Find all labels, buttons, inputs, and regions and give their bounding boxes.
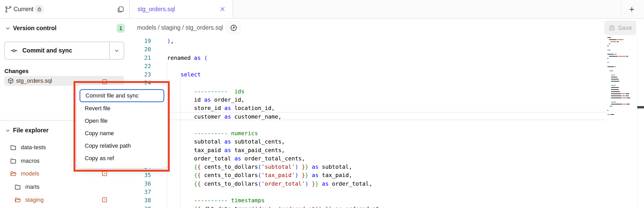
- code-line-25[interactable]: 25 ---------- ids: [129, 87, 623, 96]
- changes-title: Changes: [4, 68, 29, 75]
- minimap[interactable]: [607, 37, 637, 120]
- save-floppy-icon: [608, 24, 615, 31]
- line-number: 39: [129, 206, 151, 208]
- folder-open-icon: [10, 170, 17, 177]
- sidebar-item-marts[interactable]: marts: [14, 180, 40, 193]
- code-line-26[interactable]: 26 id as order_id,: [129, 95, 623, 104]
- tab-stg-orders[interactable]: stg_orders.sql: [129, 0, 233, 18]
- code-text: ---------- ids: [167, 88, 245, 95]
- code-text: ---------- timestamps: [167, 197, 265, 204]
- sidebar-item-staging[interactable]: staging: [14, 193, 44, 206]
- changes-count-badge: 1: [116, 24, 125, 33]
- code-line-30[interactable]: 30 ---------- numerics: [129, 129, 623, 138]
- code-line-31[interactable]: 31 subtotal as subtotal_cents,: [129, 137, 623, 146]
- branch-bar: Current: [0, 0, 129, 18]
- version-control-title: Version control: [13, 25, 56, 32]
- sidebar-item-models[interactable]: models: [10, 167, 39, 180]
- code-text: order_total as order_total_cents,: [167, 155, 305, 162]
- sidebar-item-macros[interactable]: macros: [10, 154, 40, 167]
- save-button[interactable]: Save: [604, 21, 636, 35]
- model-cube-icon: [7, 77, 14, 84]
- code-line-36[interactable]: 36 {{ cents_to_dollars('order_total') }}…: [129, 179, 623, 188]
- new-tab-plus-icon[interactable]: [628, 6, 635, 13]
- code-text: {{ cents_to_dollars('order_total') }} as…: [167, 180, 372, 187]
- code-text: renamed as (: [167, 55, 207, 61]
- code-line-21[interactable]: 21renamed as (: [129, 54, 623, 62]
- code-text: {{ cents_to_dollars('tax_paid') }} as ta…: [167, 172, 352, 178]
- divider: [0, 18, 129, 19]
- code-line-32[interactable]: 32 tax_paid as tax_paid_cents,: [129, 146, 623, 154]
- folder-modified-indicator-icon: [102, 171, 108, 177]
- code-text: {{ dbt.date_trunc('day', 'ordered_at') }…: [167, 206, 379, 208]
- line-number: 20: [129, 46, 151, 53]
- code-text: {{ cents_to_dollars('subtotal') }} as su…: [167, 164, 352, 170]
- ide-window: Current Version control 1: [0, 0, 644, 208]
- folder-icon: [14, 184, 21, 190]
- code-text: id as order_id,: [167, 96, 245, 103]
- file-modified-indicator-icon: [102, 79, 108, 85]
- lineage-compass-icon: [230, 24, 238, 32]
- branch-name: Current: [14, 0, 34, 18]
- tree-item-label: marts: [25, 184, 40, 190]
- version-control-collapse-chevron-icon[interactable]: [5, 26, 10, 31]
- code-line-38[interactable]: 38 ---------- timestamps: [129, 196, 623, 205]
- tree-item-label: macros: [21, 158, 40, 164]
- lock-icon: [37, 7, 42, 12]
- folder-modified-indicator-icon: [102, 197, 108, 203]
- code-line-37[interactable]: 37: [129, 188, 623, 196]
- code-line-35[interactable]: 35 {{ cents_to_dollars('tax_paid') }} as…: [129, 171, 623, 179]
- file-explorer-title: File explorer: [13, 127, 49, 134]
- tree-item-label: models: [21, 170, 39, 177]
- code-text: ---------- numerics: [167, 130, 258, 136]
- sidebar-item-data-tests[interactable]: data-tests: [10, 141, 46, 154]
- tab-bar: stg_orders.sql: [129, 0, 644, 18]
- branch-readonly-pill: [34, 5, 44, 14]
- context-menu-item-copy-as-ref[interactable]: Copy as ref: [77, 152, 167, 165]
- lineage-button[interactable]: [226, 21, 241, 34]
- git-branch-icon: [5, 6, 12, 13]
- tree-item-label: staging: [25, 197, 44, 203]
- code-line-34[interactable]: 34 {{ cents_to_dollars('subtotal') }} as…: [129, 162, 623, 171]
- code-line-28[interactable]: 28 customer as customer_name,: [129, 112, 623, 121]
- line-number: 19: [129, 38, 151, 44]
- overview-ruler-marker: [637, 106, 644, 108]
- line-number: 21: [129, 55, 151, 61]
- code-line-22[interactable]: 22: [129, 62, 623, 70]
- divider: [621, 0, 621, 18]
- overview-ruler-divider: [637, 36, 638, 208]
- line-number: 23: [129, 71, 151, 78]
- code-line-29[interactable]: 29: [129, 121, 623, 129]
- save-button-label: Save: [618, 24, 632, 31]
- context-menu-item-commit-file-and-sync[interactable]: Commit file and sync: [80, 89, 164, 102]
- code-line-39[interactable]: 39 {{ dbt.date_trunc('day', 'ordered_at'…: [129, 205, 623, 208]
- code-line-20[interactable]: 20: [129, 45, 623, 54]
- context-menu-item-copy-name[interactable]: Copy name: [77, 127, 167, 140]
- tab-close-icon[interactable]: [219, 6, 226, 12]
- code-text: select: [167, 71, 201, 78]
- file-explorer-collapse-chevron-icon[interactable]: [5, 128, 10, 133]
- code-line-33[interactable]: 33 order_total as order_total_cents,: [129, 154, 623, 163]
- tree-item-label: data-tests: [21, 144, 46, 151]
- changed-file-name: stg_orders.sql: [16, 77, 52, 84]
- folder-icon: [10, 158, 17, 164]
- code-line-23[interactable]: 23 select: [129, 70, 623, 79]
- code-editor[interactable]: 19),2021renamed as (2223 select2425 ----…: [129, 36, 644, 208]
- code-line-24[interactable]: 24: [129, 79, 623, 87]
- commit-button-label: Commit and sync: [22, 47, 72, 54]
- folder-open-icon: [14, 197, 21, 203]
- copy-branch-icon[interactable]: [117, 5, 124, 13]
- breadcrumb: models / staging / stg_orders.sql: [137, 19, 223, 36]
- context-menu-item-revert-file[interactable]: Revert file: [77, 102, 167, 115]
- commit-and-sync-button[interactable]: Commit and sync: [4, 42, 124, 60]
- commit-icon: [10, 47, 18, 54]
- breadcrumb-bar: models / staging / stg_orders.sql: [129, 19, 644, 36]
- line-number: 37: [129, 189, 151, 195]
- context-menu-item-copy-relative-path[interactable]: Copy relative path: [77, 140, 167, 152]
- code-line-27[interactable]: 27 store_id as location_id,: [129, 104, 623, 112]
- folder-icon: [10, 144, 17, 151]
- context-menu: Commit file and syncRevert fileOpen file…: [77, 84, 167, 168]
- context-menu-item-open-file[interactable]: Open file: [77, 115, 167, 127]
- line-number: 35: [129, 172, 151, 178]
- commit-options-dropdown[interactable]: [109, 42, 124, 59]
- code-line-19[interactable]: 19),: [129, 37, 623, 45]
